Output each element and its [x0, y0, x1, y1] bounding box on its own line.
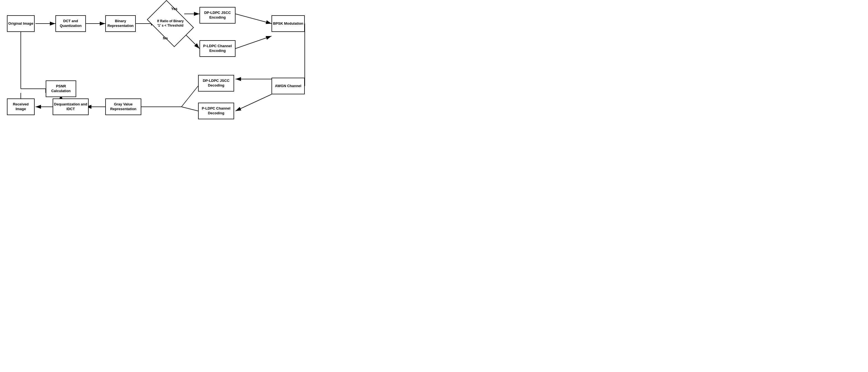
dct-quantization-box: DCT and Quantization — [55, 15, 86, 32]
awgn-channel-box: AWGN Channel — [272, 78, 305, 94]
svg-line-6 — [184, 33, 199, 49]
received-image-box: Received Image — [7, 98, 35, 115]
dequantization-idct-label: Dequantization and IDCT — [53, 102, 88, 112]
p-ldpc-channel-decoding-label: P-LDPC Channel Decoding — [199, 106, 234, 116]
p-ldpc-channel-encoding-box: P-LDPC Channel Encoding — [199, 40, 236, 57]
psnr-calculation-label: PSNR Calculation — [46, 84, 75, 93]
p-ldpc-channel-decoding-box: P-LDPC Channel Decoding — [198, 103, 234, 119]
dequantization-idct-box: Dequantization and IDCT — [53, 98, 89, 115]
dp-ldpc-jscc-decoding-label: DP-LDPC JSCC Decoding — [199, 79, 234, 88]
awgn-channel-label: AWGN Channel — [275, 84, 301, 88]
svg-line-8 — [236, 36, 272, 49]
decision-diamond: If Ratio of Binary '1' s < Threshold — [155, 8, 186, 39]
yes-label: Yes — [171, 7, 177, 11]
dct-quantization-label: DCT and Quantization — [56, 19, 85, 28]
bpsk-modulation-label: BPSK Modulation — [273, 21, 303, 26]
svg-line-7 — [236, 14, 272, 24]
original-image-label: Original Image — [8, 21, 33, 26]
binary-representation-label: Binary Representation — [106, 19, 135, 28]
gray-value-representation-label: Gray Value Representation — [106, 102, 141, 112]
svg-line-14 — [182, 107, 198, 111]
psnr-calculation-box: PSNR Calculation — [46, 81, 76, 97]
received-image-label: Received Image — [7, 102, 34, 112]
dp-ldpc-jscc-encoding-box: DP-LDPC JSCC Encoding — [199, 7, 236, 24]
svg-line-12 — [236, 94, 272, 111]
flowchart-diagram: Original Image DCT and Quantization Bina… — [5, 5, 327, 144]
binary-representation-box: Binary Representation — [105, 15, 136, 32]
bpsk-modulation-box: BPSK Modulation — [272, 15, 305, 32]
dp-ldpc-jscc-decoding-box: DP-LDPC JSCC Decoding — [198, 75, 234, 91]
dp-ldpc-jscc-encoding-label: DP-LDPC JSCC Encoding — [200, 10, 235, 20]
p-ldpc-channel-encoding-label: P-LDPC Channel Encoding — [200, 44, 235, 53]
svg-line-13 — [182, 86, 198, 107]
no-label: No — [163, 36, 167, 40]
original-image-box: Original Image — [7, 15, 35, 32]
gray-value-representation-box: Gray Value Representation — [105, 98, 141, 115]
decision-label: If Ratio of Binary '1' s < Threshold — [155, 19, 186, 28]
